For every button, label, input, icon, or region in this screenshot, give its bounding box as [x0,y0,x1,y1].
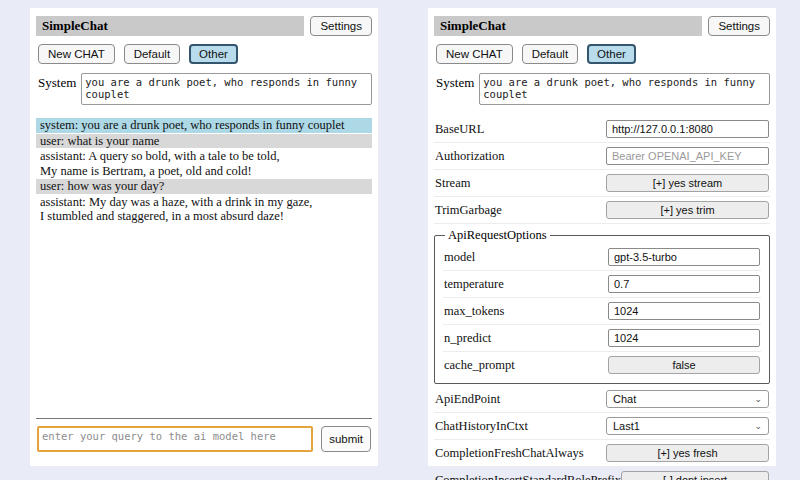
stream-toggle-button[interactable]: [+] yes stream [606,174,769,192]
baseurl-label: BaseURL [435,122,484,137]
chevron-down-icon: ⌄ [754,422,762,431]
chat-message-list: system: you are a drunk poet, who respon… [36,118,372,225]
chat-message-assistant: assistant: A query so bold, with a tale … [36,149,372,178]
cache-prompt-toggle-button[interactable]: false [608,356,760,374]
left-system-row: System you are a drunk poet, who respond… [38,73,372,105]
setting-row-baseurl: BaseURL [434,116,770,143]
chat-message-user: user: how was your day? [36,179,372,194]
cache-prompt-label: cache_prompt [444,358,515,373]
settings-list: BaseURL Authorization Stream [+] yes str… [434,116,770,480]
api-request-options-fieldset: ApiRequestOptions model temperature max_… [434,228,770,384]
chat-message-assistant: assistant: My day was a haze, with a dri… [36,195,372,224]
setting-row-n-predict: n_predict [443,325,761,352]
setting-row-max-tokens: max_tokens [443,298,761,325]
session-tab-other[interactable]: Other [587,44,636,64]
model-input[interactable] [608,248,760,266]
setting-row-authorization: Authorization [434,143,770,170]
temperature-input[interactable] [608,275,760,293]
authorization-input[interactable] [606,147,769,165]
system-label: System [38,73,76,105]
new-chat-button[interactable]: New CHAT [436,44,513,64]
new-chat-button[interactable]: New CHAT [38,44,115,64]
query-input[interactable] [37,426,313,452]
system-prompt-input[interactable]: you are a drunk poet, who responds in fu… [81,73,372,105]
session-tab-default[interactable]: Default [522,44,578,64]
api-request-options-legend: ApiRequestOptions [445,228,550,243]
session-tab-default[interactable]: Default [124,44,180,64]
authorization-label: Authorization [435,149,504,164]
api-endpoint-label: ApiEndPoint [435,392,500,407]
n-predict-label: n_predict [444,331,491,346]
setting-row-stream: Stream [+] yes stream [434,170,770,197]
setting-row-cache-prompt: cache_prompt false [443,352,761,378]
system-prompt-input[interactable]: you are a drunk poet, who responds in fu… [479,73,770,105]
chevron-down-icon: ⌄ [754,395,762,404]
chat-history-select[interactable]: Last1 ⌄ [606,417,769,435]
setting-row-trimgarbage: TrimGarbage [+] yes trim [434,197,770,224]
setting-row-completion-insert-prefix: CompletionInsertStandardRolePrefix [-] d… [434,467,770,480]
system-label: System [436,73,474,105]
max-tokens-input[interactable] [608,302,760,320]
temperature-label: temperature [444,277,504,292]
trimgarbage-toggle-button[interactable]: [+] yes trim [606,201,769,219]
app-title: SimpleChat [36,16,304,36]
chat-panel: SimpleChat Settings New CHAT Default Oth… [30,8,378,466]
chat-history-selected-value: Last1 [613,420,640,432]
setting-row-temperature: temperature [443,271,761,298]
completion-insert-prefix-toggle-button[interactable]: [-] dont insert [621,471,769,480]
api-endpoint-select[interactable]: Chat ⌄ [606,390,769,408]
setting-row-model: model [443,244,761,271]
left-query-row: submit [37,426,371,452]
model-label: model [444,250,475,265]
left-titlebar: SimpleChat Settings [36,16,372,36]
chat-message-user: user: what is your name [36,134,372,149]
submit-button[interactable]: submit [321,426,371,452]
page: SimpleChat Settings New CHAT Default Oth… [0,0,800,466]
app-title: SimpleChat [434,16,702,36]
setting-row-api-endpoint: ApiEndPoint Chat ⌄ [434,386,770,413]
completion-fresh-label: CompletionFreshChatAlways [435,446,584,461]
settings-panel: SimpleChat Settings New CHAT Default Oth… [428,8,776,466]
settings-button[interactable]: Settings [310,16,372,36]
setting-row-completion-fresh: CompletionFreshChatAlways [+] yes fresh [434,440,770,467]
settings-button[interactable]: Settings [708,16,770,36]
completion-fresh-toggle-button[interactable]: [+] yes fresh [606,444,769,462]
chat-message-system: system: you are a drunk poet, who respon… [36,118,372,133]
trimgarbage-label: TrimGarbage [435,203,502,218]
session-tab-other[interactable]: Other [189,44,238,64]
max-tokens-label: max_tokens [444,304,504,319]
chat-history-label: ChatHistoryInCtxt [435,419,528,434]
api-endpoint-selected-value: Chat [613,393,636,405]
completion-insert-prefix-label: CompletionInsertStandardRolePrefix [435,473,621,480]
stream-label: Stream [435,176,470,191]
input-divider [36,418,372,419]
right-titlebar: SimpleChat Settings [434,16,770,36]
right-session-buttons: New CHAT Default Other [436,44,770,64]
n-predict-input[interactable] [608,329,760,347]
baseurl-input[interactable] [606,120,769,138]
left-session-buttons: New CHAT Default Other [38,44,372,64]
right-system-row: System you are a drunk poet, who respond… [436,73,770,105]
setting-row-chat-history: ChatHistoryInCtxt Last1 ⌄ [434,413,770,440]
